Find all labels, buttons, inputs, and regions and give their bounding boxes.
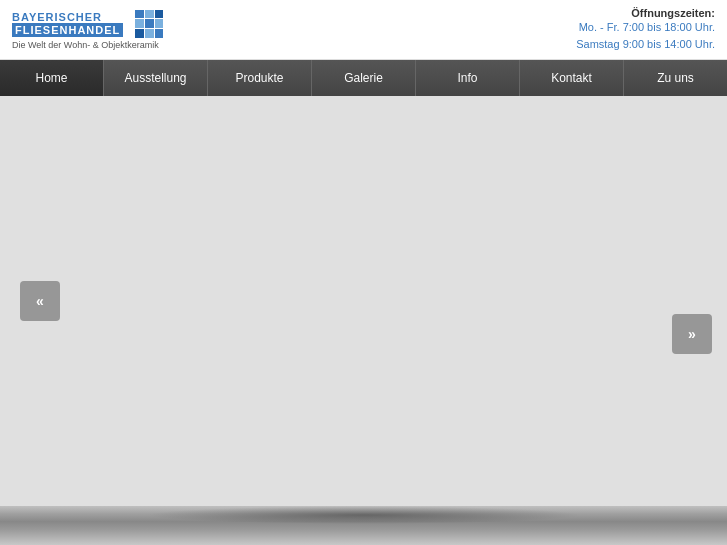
- tile-cell: [135, 19, 144, 28]
- tile-cell: [145, 19, 154, 28]
- page-header: BAYERISCHER FLIESENHANDEL Die Welt der W…: [0, 0, 727, 60]
- opening-hours: Öffnungszeiten: Mo. - Fr. 7:00 bis 18:00…: [576, 7, 715, 52]
- tile-cell: [135, 29, 144, 38]
- opening-hours-line1: Mo. - Fr. 7:00 bis 18:00 Uhr.: [576, 19, 715, 36]
- opening-hours-line2: Samstag 9:00 bis 14:00 Uhr.: [576, 36, 715, 53]
- logo-tile-icon: [135, 10, 163, 38]
- nav-item-zu-uns[interactable]: Zu uns: [624, 60, 727, 96]
- logo-area: BAYERISCHER FLIESENHANDEL Die Welt der W…: [12, 10, 163, 50]
- nav-item-info[interactable]: Info: [416, 60, 520, 96]
- logo-line1: BAYERISCHER: [12, 11, 123, 23]
- main-nav: HomeAusstellungProdukteGalerieInfoKontak…: [0, 60, 727, 96]
- tile-cell: [155, 29, 164, 38]
- nav-item-kontakt[interactable]: Kontakt: [520, 60, 624, 96]
- tile-cell: [135, 10, 144, 19]
- nav-item-galerie[interactable]: Galerie: [312, 60, 416, 96]
- opening-hours-lines: Mo. - Fr. 7:00 bis 18:00 Uhr. Samstag 9:…: [576, 19, 715, 52]
- nav-item-produkte[interactable]: Produkte: [208, 60, 312, 96]
- next-button[interactable]: »: [672, 314, 712, 354]
- main-content: « »: [0, 96, 727, 506]
- logo-top: BAYERISCHER FLIESENHANDEL: [12, 10, 163, 38]
- prev-button[interactable]: «: [20, 281, 60, 321]
- tile-cell: [155, 10, 164, 19]
- footer-shadow: [0, 506, 727, 545]
- tile-cell: [145, 10, 154, 19]
- logo-subtitle: Die Welt der Wohn- & Objektkeramik: [12, 40, 159, 50]
- opening-hours-title: Öffnungszeiten:: [576, 7, 715, 19]
- tile-cell: [155, 19, 164, 28]
- nav-item-home[interactable]: Home: [0, 60, 104, 96]
- logo-line2: FLIESENHANDEL: [12, 23, 123, 37]
- nav-item-ausstellung[interactable]: Ausstellung: [104, 60, 208, 96]
- tile-cell: [145, 29, 154, 38]
- logo-text: BAYERISCHER FLIESENHANDEL: [12, 11, 123, 37]
